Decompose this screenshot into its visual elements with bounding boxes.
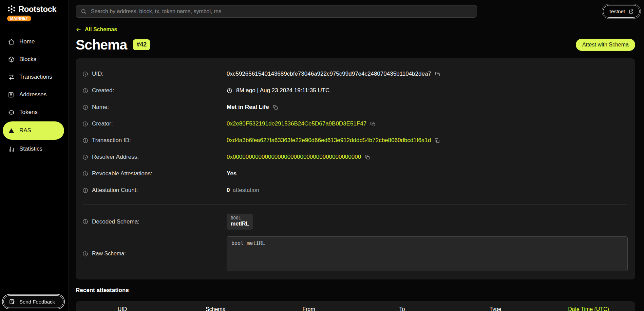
- search-bar[interactable]: [76, 5, 477, 18]
- uid-value: 0xc5926561540143689cbfe73046a922c975c99d…: [227, 71, 431, 77]
- copy-creator-button[interactable]: [370, 121, 375, 127]
- network-switch-label: Testnet: [609, 8, 625, 14]
- sidebar-item-blocks[interactable]: Blocks: [0, 51, 69, 68]
- external-link-icon: [628, 9, 634, 14]
- copy-uid-button[interactable]: [435, 72, 440, 77]
- swap-arrows-icon: [8, 74, 15, 81]
- feedback-icon: [9, 298, 15, 305]
- created-value-group: 8M ago | Aug 23 2024 19:11:35 UTC: [227, 87, 329, 94]
- card-divider: [83, 204, 627, 205]
- name-value: Met in Real Life: [227, 104, 269, 111]
- resolver-value-group: 0x00000000000000000000000000000000000000…: [227, 154, 370, 160]
- brand-logo[interactable]: Rootstock: [0, 4, 69, 14]
- decoded-schema-label-group: Decoded Schema:: [82, 218, 227, 225]
- name-label-group: Name:: [82, 104, 227, 111]
- resolver-address-link[interactable]: 0x00000000000000000000000000000000000000…: [227, 154, 361, 160]
- info-icon: [82, 251, 88, 257]
- back-to-all-schemas-link[interactable]: All Schemas: [76, 26, 117, 33]
- triangle-icon: [8, 127, 15, 134]
- copy-resolver-button[interactable]: [365, 155, 370, 160]
- attestation-count-value-group: 0 attestation: [227, 187, 259, 194]
- detail-row-creator: Creator: 0x2e80F532191de291536B24Ce5D67a…: [82, 116, 628, 132]
- info-icon: [82, 71, 88, 77]
- sidebar-item-home[interactable]: Home: [0, 33, 69, 51]
- info-icon: [82, 154, 88, 160]
- page-title: Schema: [76, 37, 127, 53]
- column-header-type: Type: [449, 306, 542, 311]
- sidebar-item-addresses[interactable]: Addresses: [0, 86, 69, 103]
- info-icon: [82, 219, 88, 225]
- coin-icon: [8, 109, 15, 116]
- detail-row-decoded-schema: Decoded Schema: BOOL metIRL: [82, 209, 628, 235]
- schema-field-chip: BOOL metIRL: [227, 214, 253, 230]
- search-icon: [81, 8, 87, 14]
- schema-field-type: BOOL: [231, 216, 249, 220]
- detail-row-raw-schema: Raw Schema: bool metIRL: [82, 236, 628, 271]
- arrow-left-icon: [76, 27, 81, 33]
- detail-row-name: Name: Met in Real Life: [82, 99, 628, 116]
- schema-field-name: metIRL: [231, 221, 249, 227]
- brand-name: Rootstock: [18, 4, 56, 14]
- uid-label: UID:: [92, 71, 103, 77]
- sidebar: Rootstock MAINNET Home Blocks Transactio…: [0, 0, 69, 311]
- info-icon: [82, 121, 88, 127]
- transaction-id-label-group: Transaction ID:: [82, 137, 227, 144]
- attest-with-schema-button[interactable]: Attest with Schema: [576, 39, 635, 51]
- creator-label-group: Creator:: [82, 120, 227, 127]
- uid-label-group: UID:: [82, 71, 227, 77]
- sidebar-item-label: Transactions: [19, 74, 52, 80]
- sidebar-nav: Home Blocks Transactions Addresses Token…: [0, 33, 69, 158]
- info-icon: [82, 88, 88, 94]
- name-value-group: Met in Real Life: [227, 104, 278, 111]
- revocable-label-group: Revocable Attestations:: [82, 170, 227, 177]
- transaction-id-link[interactable]: 0xd4a3b6fea627fa63363fe22e90d66ed613e912…: [227, 137, 431, 144]
- info-icon: [82, 188, 88, 193]
- sidebar-item-transactions[interactable]: Transactions: [0, 68, 69, 86]
- sidebar-item-tokens[interactable]: Tokens: [0, 103, 69, 121]
- clock-icon: [227, 88, 232, 94]
- attestations-table-header: UID Schema From To Type Date Time (UTC): [76, 301, 635, 311]
- creator-address-link[interactable]: 0x2e80F532191de291536B24Ce5D67a9B0D3E51F…: [227, 120, 366, 127]
- column-header-uid: UID: [76, 306, 169, 311]
- revocable-value: Yes: [227, 170, 236, 177]
- attestation-count-unit: attestation: [232, 187, 259, 194]
- contact-card-icon: [8, 91, 15, 98]
- resolver-label-group: Resolver Address:: [82, 154, 227, 160]
- title-row: Schema #42 Attest with Schema: [76, 37, 635, 53]
- column-header-from: From: [262, 306, 356, 311]
- main-area: Testnet All Schemas Schema #42 Attest wi…: [69, 0, 644, 311]
- send-feedback-button[interactable]: Send Feedback: [3, 295, 63, 308]
- attestation-count-value: 0: [227, 187, 230, 194]
- transaction-id-label: Transaction ID:: [92, 137, 131, 144]
- sidebar-item-label: RAS: [19, 127, 31, 134]
- sidebar-item-label: Blocks: [19, 56, 36, 63]
- creator-label: Creator:: [92, 120, 113, 127]
- decoded-schema-label: Decoded Schema:: [92, 218, 139, 225]
- created-label: Created:: [92, 87, 114, 94]
- recent-attestations-heading: Recent attestations: [76, 287, 635, 294]
- network-badge: MAINNET: [7, 16, 31, 21]
- network-switch-button[interactable]: Testnet: [603, 5, 640, 18]
- topbar: Testnet: [69, 0, 644, 18]
- creator-value-group: 0x2e80F532191de291536B24Ce5D67a9B0D3E51F…: [227, 120, 375, 127]
- uid-value-group: 0xc5926561540143689cbfe73046a922c975c99d…: [227, 71, 440, 77]
- feedback-label: Send Feedback: [19, 299, 55, 305]
- copy-transaction-id-button[interactable]: [435, 138, 440, 143]
- back-link-label: All Schemas: [85, 26, 117, 33]
- column-header-to: To: [356, 306, 449, 311]
- raw-schema-label: Raw Schema:: [92, 251, 126, 257]
- info-icon: [82, 138, 88, 143]
- search-input[interactable]: [90, 8, 472, 15]
- column-header-schema: Schema: [169, 306, 262, 311]
- attestation-count-label: Attestation Count:: [92, 187, 138, 194]
- sidebar-item-statistics[interactable]: Statistics: [0, 140, 69, 158]
- detail-row-revocable: Revocable Attestations: Yes: [82, 166, 628, 182]
- sidebar-item-label: Statistics: [19, 145, 42, 152]
- copy-name-button[interactable]: [273, 105, 278, 110]
- resolver-label: Resolver Address:: [92, 154, 139, 160]
- column-header-datetime[interactable]: Date Time (UTC): [542, 306, 635, 311]
- raw-schema-textarea[interactable]: bool metIRL: [227, 236, 628, 271]
- bar-chart-icon: [8, 145, 15, 153]
- sidebar-item-ras[interactable]: RAS: [3, 121, 64, 140]
- name-label: Name:: [92, 104, 109, 111]
